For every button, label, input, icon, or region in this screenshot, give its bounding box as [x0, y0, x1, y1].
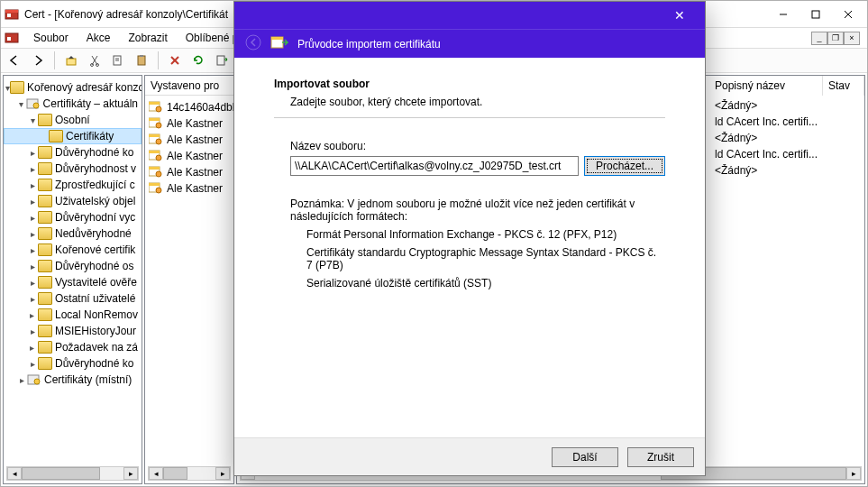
tree-label: Certifikáty (místní) — [44, 373, 132, 386]
tree-folder[interactable]: ▸Důvěryhodní vyc — [4, 209, 142, 225]
tree-folder[interactable]: ▸MSIEHistoryJour — [4, 323, 142, 339]
menu-file[interactable]: Soubor — [26, 30, 76, 46]
svg-rect-48 — [271, 37, 283, 40]
file-label: Název souboru: — [290, 140, 665, 152]
tree-cert-current[interactable]: ▾ Certifikáty – aktuáln — [4, 96, 142, 112]
tree-folder[interactable]: ▸Požadavek na zá — [4, 339, 142, 355]
h-scrollbar[interactable]: ◂ ▸ — [6, 466, 139, 481]
chevron-right-icon[interactable]: ▸ — [27, 262, 38, 271]
tree-pane: ▾ Kořenový adresář konzo ▾ Certifikáty –… — [3, 75, 142, 484]
chevron-right-icon[interactable]: ▸ — [27, 294, 38, 304]
chevron-right-icon[interactable]: ▸ — [27, 343, 38, 353]
cancel-button[interactable]: Zrušit — [627, 447, 694, 467]
chevron-right-icon[interactable]: ▸ — [27, 213, 38, 223]
tree-folder[interactable]: ▸Uživatelský objel — [4, 193, 142, 209]
tree-folder[interactable]: ▸Důvěryhodnost v — [4, 161, 142, 177]
chevron-right-icon[interactable]: ▸ — [27, 180, 38, 190]
tree-folder[interactable]: ▸Zprostředkující c — [4, 177, 142, 193]
chevron-right-icon[interactable]: ▸ — [27, 197, 38, 207]
format-p7b: Certifikáty standardu Cryptographic Mess… — [306, 246, 665, 271]
list-label: 14c1460a4dbb8 — [167, 101, 233, 114]
cut-button[interactable] — [85, 51, 105, 70]
list-item[interactable]: Ale Kastner — [145, 132, 233, 148]
chevron-right-icon[interactable]: ▸ — [27, 310, 38, 320]
folder-icon — [38, 308, 52, 321]
list-item[interactable]: 14c1460a4dbb8 — [145, 99, 233, 115]
menu-view[interactable]: Zobrazit — [121, 30, 174, 46]
chevron-right-icon[interactable]: ▸ — [27, 359, 38, 369]
tree-folder[interactable]: ▸Vystavitelé ověře — [4, 274, 142, 290]
back-arrow-icon[interactable] — [245, 34, 261, 53]
tree-label: Důvěryhodné ko — [55, 146, 133, 159]
col-header[interactable]: Stav — [823, 76, 864, 96]
svg-point-33 — [156, 123, 161, 128]
scroll-left-icon[interactable]: ◂ — [149, 467, 163, 480]
chevron-right-icon[interactable]: ▸ — [27, 164, 38, 174]
chevron-down-icon[interactable]: ▾ — [27, 115, 38, 125]
svg-point-30 — [156, 106, 161, 112]
scroll-left-icon[interactable]: ◂ — [7, 467, 22, 480]
tree-cert-selected[interactable]: Certifikáty — [4, 128, 142, 144]
wizard-heading: Importovat soubor — [274, 78, 665, 90]
next-button[interactable]: Další — [552, 447, 618, 467]
up-button[interactable] — [61, 51, 81, 70]
menu-action[interactable]: Akce — [79, 30, 118, 46]
chevron-right-icon[interactable]: ▸ — [27, 278, 38, 288]
folder-icon — [38, 227, 52, 240]
wizard-close-button[interactable]: ✕ — [662, 2, 698, 29]
svg-rect-21 — [217, 56, 224, 65]
svg-rect-38 — [149, 151, 160, 153]
tree-folder[interactable]: ▸Nedůvěryhodné — [4, 225, 142, 242]
chevron-down-icon[interactable]: ▾ — [16, 99, 26, 109]
folder-icon — [38, 179, 52, 191]
maximize-button[interactable] — [800, 5, 831, 24]
minimize-button[interactable] — [768, 5, 799, 24]
list-item[interactable]: Ale Kastner — [145, 148, 233, 164]
file-path-input[interactable] — [290, 156, 579, 176]
forward-button[interactable] — [28, 51, 48, 70]
folder-icon — [38, 162, 52, 175]
close-button[interactable] — [833, 5, 863, 24]
tree-osobni[interactable]: ▾ Osobní — [4, 112, 142, 128]
export-button[interactable] — [212, 51, 232, 70]
scroll-right-icon[interactable]: ▸ — [846, 467, 861, 480]
col-header[interactable]: Popisný název — [709, 76, 823, 96]
tree-folder[interactable]: ▸Důvěryhodné ko — [4, 355, 142, 372]
chevron-right-icon[interactable]: ▸ — [27, 326, 38, 336]
svg-rect-8 — [7, 37, 11, 41]
tree-folder[interactable]: ▸Ostatní uživatelé — [4, 290, 142, 307]
cell-state — [823, 99, 834, 115]
cell-name: ld CAcert Inc. certifi... — [709, 148, 823, 164]
copy-button[interactable] — [108, 51, 128, 70]
wizard-body: Importovat soubor Zadejte soubor, který … — [234, 58, 705, 437]
cell-name: <Žádný> — [709, 132, 823, 148]
mdi-close-button[interactable]: × — [844, 32, 860, 45]
delete-button[interactable] — [165, 51, 185, 70]
chevron-right-icon[interactable]: ▸ — [27, 148, 38, 158]
mdi-restore-button[interactable]: ❐ — [827, 32, 844, 45]
list-item[interactable]: Ale Kastner — [145, 115, 233, 132]
chevron-right-icon[interactable]: ▸ — [27, 245, 38, 255]
tree-label: Nedůvěryhodné — [55, 227, 132, 240]
mdi-minimize-button[interactable]: _ — [811, 32, 827, 45]
scroll-right-icon[interactable]: ▸ — [123, 467, 138, 480]
tree-root[interactable]: ▾ Kořenový adresář konzo — [4, 79, 142, 96]
back-button[interactable] — [5, 51, 24, 70]
list-item[interactable]: Ale Kastner — [145, 164, 233, 180]
cert-snapin-icon — [27, 373, 41, 386]
browse-button[interactable]: Procházet... — [584, 156, 665, 176]
import-wizard-dialog: ✕ Průvodce importem certifikátu Importov… — [233, 1, 706, 476]
tree-cert-local[interactable]: ▸ Certifikáty (místní) — [4, 372, 142, 388]
scroll-right-icon[interactable]: ▸ — [215, 467, 230, 480]
tree-folder[interactable]: ▸Local NonRemov — [4, 307, 142, 323]
tree-folder[interactable]: ▸Kořenové certifik — [4, 242, 142, 258]
paste-button[interactable] — [132, 51, 151, 70]
chevron-right-icon[interactable]: ▸ — [16, 375, 27, 385]
h-scrollbar[interactable]: ◂ ▸ — [148, 466, 231, 481]
list-header[interactable]: Vystaveno pro — [145, 76, 233, 96]
list-item[interactable]: Ale Kastner — [145, 180, 233, 197]
tree-folder[interactable]: ▸Důvěryhodné ko — [4, 144, 142, 161]
chevron-right-icon[interactable]: ▸ — [27, 229, 38, 239]
refresh-button[interactable] — [188, 51, 208, 70]
tree-folder[interactable]: ▸Důvěryhodné os — [4, 258, 142, 274]
